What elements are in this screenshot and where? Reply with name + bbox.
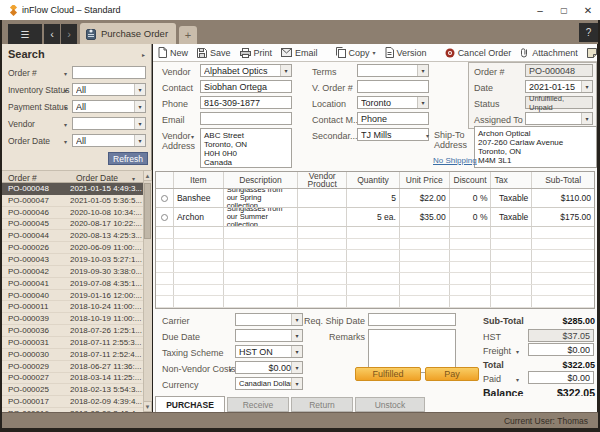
order-row[interactable]: PO-000043 2019-10-03 5:27:1... bbox=[2, 254, 143, 266]
order-row[interactable]: PO-000017 2018-02-09 4:39:4... bbox=[2, 396, 143, 408]
filter-inventory-status-select[interactable]: All▾ bbox=[72, 83, 146, 96]
item-quantity-cell[interactable]: 5 ea. bbox=[347, 208, 400, 226]
tab-return[interactable]: Return bbox=[291, 397, 353, 412]
filter-payment-status-caret-icon[interactable]: ▾ bbox=[64, 104, 67, 111]
order-row[interactable]: PO-000048 2021-01-15 4:49:3... bbox=[2, 183, 143, 195]
filter-order-number-input[interactable] bbox=[72, 66, 146, 79]
refresh-button[interactable]: Refresh bbox=[108, 152, 148, 165]
item-row[interactable]: Archon Sunglasses from our Summer collec… bbox=[156, 208, 594, 227]
item-name-cell[interactable]: Archon bbox=[174, 208, 224, 226]
order-row[interactable]: PO-000045 2020-08-17 10:22:... bbox=[2, 219, 143, 231]
empty-item-row[interactable] bbox=[156, 250, 594, 262]
item-radio-cell[interactable] bbox=[156, 208, 174, 226]
vendor-select[interactable]: Alphabet Optics▾ bbox=[200, 64, 292, 77]
order-row[interactable]: PO-000031 2018-07-11 2:55:3... bbox=[2, 337, 143, 349]
fulfilled-button[interactable]: Fulfilled bbox=[355, 367, 421, 381]
empty-item-row[interactable] bbox=[156, 296, 594, 308]
filter-payment-status-select[interactable]: All▾ bbox=[72, 100, 146, 113]
filter-order-date-select[interactable]: All▾ bbox=[72, 134, 146, 147]
secondary-contact-input[interactable] bbox=[357, 128, 429, 141]
help-button[interactable]: ? bbox=[579, 23, 598, 42]
tab-purchase-order[interactable]: Purchase Order bbox=[80, 23, 176, 44]
order-row[interactable]: PO-000039 2018-10-19 11:00:... bbox=[2, 313, 143, 325]
req-ship-date-input[interactable] bbox=[368, 313, 456, 326]
email-input[interactable] bbox=[200, 112, 292, 125]
sort-caret-icon[interactable]: ▾ bbox=[132, 175, 135, 182]
order-row[interactable]: PO-000027 2018-03-14 11:25:... bbox=[2, 373, 143, 385]
scroll-down-icon[interactable]: ▼ bbox=[143, 401, 152, 412]
tab-unstock[interactable]: Unstock bbox=[355, 397, 425, 412]
empty-item-row[interactable] bbox=[156, 262, 594, 274]
item-subtotal-cell[interactable]: $110.00 bbox=[532, 189, 594, 207]
orders-col-order-date[interactable]: Order Date bbox=[76, 173, 118, 183]
menu-hamburger-button[interactable]: ☰ bbox=[8, 24, 42, 44]
taxing-scheme-select[interactable]: HST ON▾ bbox=[235, 345, 303, 358]
no-shipping-link[interactable]: No Shipping bbox=[433, 156, 477, 165]
filter-inventory-status-caret-icon[interactable]: ▾ bbox=[64, 87, 67, 94]
phone-input[interactable] bbox=[200, 96, 292, 109]
contact-method-input[interactable] bbox=[357, 112, 429, 125]
item-subtotal-cell[interactable]: $175.00 bbox=[532, 208, 594, 226]
print-button[interactable]: Print bbox=[240, 48, 273, 58]
order-row[interactable]: PO-000046 2020-10-08 10:34:... bbox=[2, 207, 143, 219]
order-row[interactable]: PO-000030 2018-07-11 2:52:4... bbox=[2, 349, 143, 361]
order-row[interactable]: PO-000025 2018-02-13 5:54:3... bbox=[2, 384, 143, 396]
freight-caret-icon[interactable]: ▾ bbox=[516, 348, 519, 355]
item-discount-cell[interactable]: 0 % bbox=[450, 189, 492, 207]
item-description-cell[interactable]: Sunglasses from our Summer collection. bbox=[224, 208, 299, 226]
item-row[interactable]: Banshee Sunglasses from our Spring colle… bbox=[156, 189, 594, 208]
empty-item-row[interactable] bbox=[156, 239, 594, 251]
order-row[interactable]: PO-000026 2020-06-09 11:00:... bbox=[2, 242, 143, 254]
scroll-up-icon[interactable]: ▲ bbox=[143, 170, 152, 181]
item-discount-cell[interactable]: 0 % bbox=[450, 208, 492, 226]
item-description-cell[interactable]: Sunglasses from our Spring collection. bbox=[224, 189, 299, 207]
nav-forward-button[interactable]: › bbox=[61, 24, 77, 44]
item-tax-cell[interactable]: Taxable bbox=[491, 189, 532, 207]
order-row[interactable]: PO-000041 2019-07-08 4:35:1... bbox=[2, 278, 143, 290]
filter-order-date-caret-icon[interactable]: ▾ bbox=[64, 138, 67, 145]
vendor-address-box[interactable]: ABC Street Toronto, ON H0H 0H0 Canada bbox=[200, 128, 292, 168]
order-row[interactable]: PO-000036 2018-07-26 1:25:1... bbox=[2, 325, 143, 337]
order-row[interactable]: PO-000029 2018-06-27 11:36:... bbox=[2, 361, 143, 373]
minimize-button[interactable]: – bbox=[528, 0, 552, 20]
item-radio-cell[interactable] bbox=[156, 189, 174, 207]
location-select[interactable]: Toronto▾ bbox=[357, 96, 429, 109]
new-tab-button[interactable]: + bbox=[179, 26, 197, 44]
collapse-panel-icon[interactable]: ▸ bbox=[142, 51, 145, 58]
date-select[interactable]: 2021-01-15▾ bbox=[525, 80, 593, 93]
empty-item-row[interactable] bbox=[156, 273, 594, 285]
sticky-button[interactable]: Sticky ▾ bbox=[587, 48, 600, 58]
maximize-button[interactable]: ▢ bbox=[552, 0, 576, 20]
order-row[interactable]: PO-000042 2019-09-30 3:38:0... bbox=[2, 266, 143, 278]
copy-button[interactable]: Copy ▾ bbox=[336, 47, 376, 58]
tab-purchase[interactable]: PURCHASE bbox=[155, 396, 225, 412]
filter-vendor-caret-icon[interactable]: ▾ bbox=[64, 121, 67, 128]
item-tax-cell[interactable]: Taxable bbox=[491, 208, 532, 226]
vendor-order-number-input[interactable] bbox=[357, 80, 429, 93]
currency-select[interactable]: Canadian Dollar ($)▾ bbox=[235, 377, 303, 390]
item-unit-price-cell[interactable]: $35.00 bbox=[400, 208, 450, 226]
empty-item-row[interactable] bbox=[156, 285, 594, 297]
pay-button[interactable]: Pay bbox=[425, 367, 479, 381]
filter-vendor-select[interactable]: ▾ bbox=[72, 117, 146, 130]
vendor-address-caret-icon[interactable]: ▾ bbox=[191, 133, 194, 140]
order-row[interactable]: PO-000040 2019-01-16 12:00:... bbox=[2, 290, 143, 302]
empty-item-row[interactable] bbox=[156, 227, 594, 239]
item-unit-price-cell[interactable]: $22.00 bbox=[400, 189, 450, 207]
nav-back-button[interactable]: ‹ bbox=[44, 24, 60, 44]
new-button[interactable]: New bbox=[158, 47, 188, 58]
filter-order-number-caret-icon[interactable]: ▾ bbox=[64, 70, 67, 77]
order-row[interactable]: PO-000011 2018-10-24 11:00:... bbox=[2, 301, 143, 313]
orders-col-order-number[interactable]: Order # bbox=[8, 173, 37, 183]
item-vendor-product-cell[interactable] bbox=[298, 189, 347, 207]
version-button[interactable]: Version bbox=[385, 47, 427, 58]
non-vendor-costs-field[interactable]: $0.00▾ bbox=[235, 361, 303, 374]
shipto-caret-icon[interactable]: ▾ bbox=[426, 132, 429, 139]
paid-caret-icon[interactable]: ▾ bbox=[516, 376, 519, 383]
empty-item-row[interactable] bbox=[156, 308, 594, 310]
order-row[interactable]: PO-000047 2021-01-05 5:36:5... bbox=[2, 195, 143, 207]
cancel-order-button[interactable]: Cancel Order bbox=[445, 48, 512, 58]
save-button[interactable]: Save bbox=[197, 48, 231, 58]
tab-receive[interactable]: Receive bbox=[227, 397, 289, 412]
attachment-button[interactable]: Attachment bbox=[520, 47, 578, 58]
